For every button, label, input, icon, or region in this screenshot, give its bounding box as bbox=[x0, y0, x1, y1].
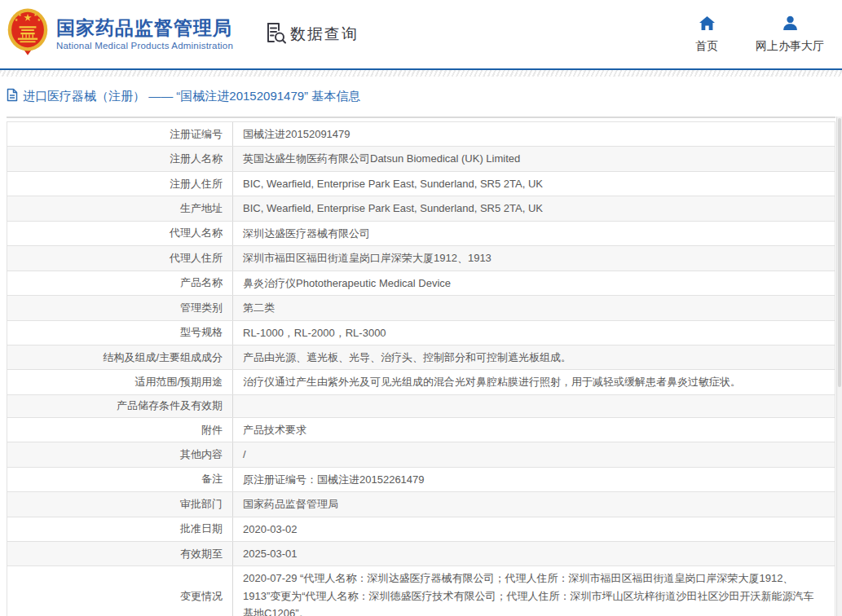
row-value: 2020-03-02 bbox=[233, 517, 835, 541]
row-label: 结构及组成/主要组成成分 bbox=[7, 345, 233, 369]
row-label: 有效期至 bbox=[7, 542, 233, 565]
row-label: 注册人名称 bbox=[7, 147, 233, 170]
row-label: 生产地址 bbox=[7, 196, 233, 220]
row-label: 审批部门 bbox=[7, 492, 233, 516]
org-subtitle: National Medical Products Administration bbox=[56, 41, 233, 51]
row-intended-use: 适用范围/预期用途 治疗仪通过产生由紫外光及可见光组成的混合光对鼻腔粘膜进行照射… bbox=[7, 370, 835, 394]
vertical-scrollbar[interactable] bbox=[836, 117, 842, 616]
row-value: / bbox=[233, 442, 835, 466]
row-attachment: 附件 产品技术要求 bbox=[7, 418, 835, 442]
row-value: 国家药品监督管理局 bbox=[233, 492, 835, 516]
scrollbar-thumb[interactable] bbox=[838, 118, 841, 387]
breadcrumb-separator bbox=[7, 117, 835, 118]
row-registration-number: 注册证编号 国械注进20152091479 bbox=[7, 122, 835, 147]
data-query-label: 数据查询 bbox=[290, 24, 359, 45]
row-value: RL-1000，RL-2000，RL-3000 bbox=[233, 321, 835, 345]
brand-text: 国家药品监督管理局 National Medical Products Admi… bbox=[56, 18, 233, 51]
row-value: 产品技术要求 bbox=[233, 418, 835, 442]
row-value: 2020-07-29 “代理人名称：深圳达盛医疗器械有限公司；代理人住所：深圳市… bbox=[233, 566, 835, 616]
row-label: 备注 bbox=[7, 468, 233, 491]
nav-item-home[interactable]: 首页 bbox=[695, 15, 718, 54]
row-label: 管理类别 bbox=[7, 296, 233, 319]
row-registrant-address: 注册人住所 BIC, Wearfield, Enterprise Park Ea… bbox=[7, 172, 835, 196]
row-label: 代理人住所 bbox=[7, 246, 233, 270]
breadcrumb: 进口医疗器械（注册） —— “国械注进20152091479” 基本信息 bbox=[0, 77, 842, 117]
row-label: 产品储存条件及有效期 bbox=[7, 395, 233, 417]
org-title: 国家药品监督管理局 bbox=[56, 18, 233, 38]
row-approval-department: 审批部门 国家药品监督管理局 bbox=[7, 492, 835, 517]
row-model-spec: 型号规格 RL-1000，RL-2000，RL-3000 bbox=[7, 321, 835, 345]
row-storage-validity: 产品储存条件及有效期 bbox=[7, 395, 835, 418]
document-icon bbox=[7, 88, 18, 105]
row-change-history: 变更情况 2020-07-29 “代理人名称：深圳达盛医疗器械有限公司；代理人住… bbox=[7, 566, 835, 616]
row-value: 第二类 bbox=[233, 296, 835, 319]
striped-decoration-bar bbox=[0, 70, 842, 77]
row-label: 注册证编号 bbox=[7, 122, 233, 146]
data-query-section[interactable]: 数据查询 bbox=[264, 21, 359, 47]
row-label: 产品名称 bbox=[7, 271, 233, 295]
row-other-content: 其他内容 / bbox=[7, 442, 835, 467]
row-label: 代理人名称 bbox=[7, 222, 233, 245]
row-label: 附件 bbox=[7, 418, 233, 442]
nav-item-service-hall[interactable]: 网上办事大厅 bbox=[756, 15, 824, 54]
row-registrant-name: 注册人名称 英国达盛生物医药有限公司Datsun Biomedical (UK)… bbox=[7, 147, 835, 171]
row-structure-composition: 结构及组成/主要组成成分 产品由光源、遮光板、光导、治疗头、控制部分和可控制遮光… bbox=[7, 345, 835, 370]
row-value: 2025-03-01 bbox=[233, 542, 835, 565]
row-value bbox=[233, 395, 835, 417]
row-value: 鼻炎治疗仪Phototherapeutic Medical Device bbox=[233, 271, 835, 295]
header-nav: 首页 网上办事大厅 bbox=[695, 15, 824, 54]
row-value: BIC, Wearfield, Enterprise Park East, Su… bbox=[233, 196, 835, 220]
home-icon bbox=[699, 15, 716, 34]
registration-detail-table: 注册证编号 国械注进20152091479 注册人名称 英国达盛生物医药有限公司… bbox=[7, 121, 835, 616]
row-label: 适用范围/预期用途 bbox=[7, 370, 233, 394]
row-label: 型号规格 bbox=[7, 321, 233, 345]
brand-logo[interactable]: 国家药品监督管理局 National Medical Products Admi… bbox=[7, 7, 233, 62]
nav-home-label: 首页 bbox=[695, 39, 718, 54]
row-value: 深圳市福田区福田街道皇岗口岸深荣大厦1912、1913 bbox=[233, 246, 835, 270]
row-label: 批准日期 bbox=[7, 517, 233, 541]
row-value: BIC, Wearfield, Enterprise Park East, Su… bbox=[233, 172, 835, 196]
row-remarks: 备注 原注册证编号：国械注进20152261479 bbox=[7, 468, 835, 492]
nav-service-hall-label: 网上办事大厅 bbox=[756, 39, 824, 54]
row-product-name: 产品名称 鼻炎治疗仪Phototherapeutic Medical Devic… bbox=[7, 271, 835, 296]
row-approval-date: 批准日期 2020-03-02 bbox=[7, 517, 835, 542]
row-value: 深圳达盛医疗器械有限公司 bbox=[233, 222, 835, 245]
row-production-address: 生产地址 BIC, Wearfield, Enterprise Park Eas… bbox=[7, 196, 835, 221]
row-label: 其他内容 bbox=[7, 442, 233, 466]
row-agent-address: 代理人住所 深圳市福田区福田街道皇岗口岸深荣大厦1912、1913 bbox=[7, 246, 835, 271]
row-label: 变更情况 bbox=[7, 566, 233, 616]
user-icon bbox=[782, 15, 799, 34]
row-value: 国械注进20152091479 bbox=[233, 122, 835, 146]
row-value: 治疗仪通过产生由紫外光及可见光组成的混合光对鼻腔粘膜进行照射，用于减轻或缓解患者… bbox=[233, 370, 835, 394]
row-valid-until: 有效期至 2025-03-01 bbox=[7, 542, 835, 566]
breadcrumb-text: 进口医疗器械（注册） —— “国械注进20152091479” 基本信息 bbox=[23, 89, 360, 104]
row-value: 原注册证编号：国械注进20152261479 bbox=[233, 468, 835, 491]
row-agent-name: 代理人名称 深圳达盛医疗器械有限公司 bbox=[7, 222, 835, 246]
row-management-class: 管理类别 第二类 bbox=[7, 296, 835, 320]
china-national-emblem-icon bbox=[7, 7, 49, 62]
site-header: 国家药品监督管理局 National Medical Products Admi… bbox=[0, 0, 842, 68]
row-value: 英国达盛生物医药有限公司Datsun Biomedical (UK) Limit… bbox=[233, 147, 835, 170]
document-search-icon bbox=[264, 21, 287, 47]
row-label: 注册人住所 bbox=[7, 172, 233, 196]
row-value: 产品由光源、遮光板、光导、治疗头、控制部分和可控制遮光板组成。 bbox=[233, 345, 835, 369]
